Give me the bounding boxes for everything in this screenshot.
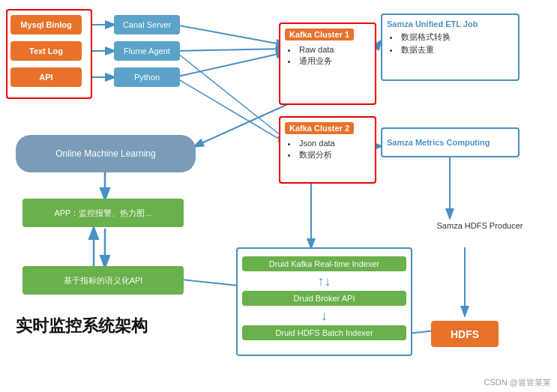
kafka2-group: Kafka Cluster 2 Json data 数据分析: [279, 116, 376, 184]
page-title: 实时监控系统架构: [16, 315, 148, 337]
api-semantic-box: 基于指标的语义化API: [22, 266, 184, 295]
api-box-source: API: [10, 67, 82, 87]
samza-etl-list: 数据格式转换 数据去重: [387, 31, 514, 55]
samza-etl-group: Samza Unified ETL Job 数据格式转换 数据去重: [381, 13, 520, 81]
samza-etl-item1: 数据格式转换: [390, 31, 514, 43]
svg-line-4: [175, 49, 285, 51]
flume-agent-box: Flume Agent: [114, 41, 180, 61]
druid-broker-box: Druid Broker API: [242, 291, 406, 306]
kafka2-title: Kafka Cluster 2: [285, 122, 354, 134]
app-box: APP：监控报警、热力图...: [22, 199, 184, 227]
samza-etl-item2: 数据去重: [390, 44, 514, 55]
online-ml-box: Online Machine Learning: [16, 135, 196, 172]
samza-hdfs-box: Samza HDFS Producer: [424, 221, 536, 230]
mysql-binlog-box: Mysql Binlog: [10, 15, 82, 34]
text-log-box: Text Log: [10, 41, 82, 61]
svg-line-6: [175, 51, 285, 139]
kafka1-item1: Raw data: [288, 45, 370, 54]
kafka1-group: Kafka Cluster 1 Raw data 通用业务: [279, 22, 376, 105]
kafka2-list: Json data 数据分析: [285, 139, 370, 160]
hdfs-box: HDFS: [431, 321, 499, 347]
canal-server-box: Canal Server: [114, 15, 180, 34]
druid-group: Druid Kafka Real-time Indexer ↑↓ Druid B…: [236, 247, 412, 356]
samza-metrics-title: Samza Metrics Computing: [387, 138, 490, 147]
samza-etl-title: Samza Unified ETL Job: [387, 19, 514, 28]
svg-line-7: [175, 77, 285, 142]
svg-line-5: [175, 52, 285, 77]
kafka1-list: Raw data 通用业务: [285, 45, 370, 67]
kafka1-title: Kafka Cluster 1: [285, 28, 354, 40]
python-daemon-box: Python Daemon: [114, 67, 180, 87]
svg-line-3: [175, 25, 285, 45]
druid-realtime-box: Druid Kafka Real-time Indexer: [242, 256, 406, 271]
kafka2-item2: 数据分析: [288, 149, 370, 160]
kafka2-item1: Json data: [288, 139, 370, 148]
kafka1-item2: 通用业务: [288, 55, 370, 67]
samza-metrics-group: Samza Metrics Computing: [381, 127, 520, 157]
watermark: CSDN @冒冒菜莱: [484, 377, 551, 388]
druid-batch-box: Druid HDFS Batch Indexer: [242, 325, 406, 340]
